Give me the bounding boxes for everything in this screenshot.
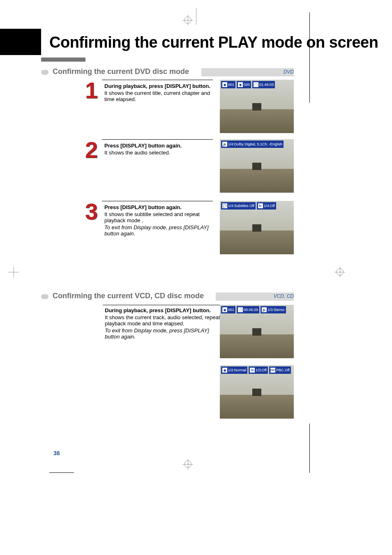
osd-chapter: 020 — [244, 83, 250, 87]
osd-repeat: 1/3:Off — [256, 368, 267, 372]
screenshot-vcd-1: ◆001 🕐00:49:29 🔊1/3:Stereo — [220, 305, 294, 358]
section1-tag: DVD — [284, 69, 294, 75]
step3-italic: To exit from Display mode, press [DISPLA… — [104, 224, 211, 237]
disc-icon: ◆ — [238, 82, 243, 87]
osd-bar: 🔊1/4:Dolby Digital, 5.1Ch. -English — [221, 140, 293, 148]
frame-line — [309, 12, 310, 103]
step-number-2: 2 — [85, 138, 98, 161]
osd-bar: 💬1/4:Subtitles Off ↻1/4:Off — [221, 202, 293, 210]
osd-pbc: PBC Off — [276, 368, 290, 372]
section2-title: Confirming the current VCD, CD disc mode — [53, 292, 204, 300]
disc-icon: ◆ — [222, 82, 227, 87]
page-number: 38 — [53, 450, 60, 456]
screenshot-vcd-2: ◆1/2:Normal ↻1/3:Off PBCPBC Off — [220, 365, 294, 419]
osd-time: 01:46:03 — [259, 83, 274, 87]
crop-mark-top — [188, 12, 204, 29]
disc-icon: ◆ — [222, 307, 227, 312]
speaker-icon: 🔊 — [262, 307, 267, 312]
osd-subtitle: 1/4:Subtitles Off — [228, 204, 254, 208]
section1-title: Confirming the current DVD disc mode — [53, 67, 189, 76]
clock-icon: 🕐 — [238, 307, 243, 312]
pbc-icon: PBC — [270, 368, 275, 373]
osd-title: 001 — [228, 83, 234, 87]
vcd-step: During playback, press [DISPLAY] button.… — [105, 307, 224, 340]
osd-repeat: 1/4:Off — [264, 204, 275, 208]
step-number-1: 1 — [85, 79, 98, 102]
vcd-body: It shows the current track, audio select… — [105, 314, 224, 327]
osd-audio: 1/3:Stereo — [267, 308, 285, 312]
osd-zoom: 1/2:Normal — [228, 368, 246, 372]
step2-head: Press [DISPLAY] button again. — [104, 143, 211, 149]
osd-audio: 1/4:Dolby Digital, 5.1Ch. -English — [228, 142, 282, 146]
osd-time: 00:49:29 — [244, 308, 258, 312]
step3-head: Press [DISPLAY] button again. — [104, 204, 211, 210]
screenshot-dvd-2: 🔊1/4:Dolby Digital, 5.1Ch. -English — [220, 139, 294, 193]
crop-mark-right — [334, 269, 351, 286]
crop-mark-bottom — [188, 456, 204, 473]
vcd-head: During playback, press [DISPLAY] button. — [105, 307, 224, 313]
page-tab — [0, 29, 41, 55]
screenshot-dvd-3: 💬1/4:Subtitles Off ↻1/4:Off — [220, 201, 294, 254]
step-number-3: 3 — [85, 200, 98, 223]
title-underline — [41, 58, 85, 62]
osd-bar: ◆001 ◆020 🕐01:46:03 — [221, 81, 293, 88]
step2-body: It shows the audio selected. — [104, 150, 211, 156]
vcd-italic: To exit from Display mode, press [DISPLA… — [105, 327, 224, 340]
frame-line — [49, 472, 74, 473]
step3-body: It shows the subtitle selected and repea… — [104, 211, 211, 223]
repeat-icon: ↻ — [250, 368, 255, 373]
step1-body: It shows the current title, current chap… — [104, 90, 211, 102]
osd-bar: ◆1/2:Normal ↻1/3:Off PBCPBC Off — [221, 366, 293, 374]
crop-mark-left — [8, 269, 25, 286]
step1-head: During playback, press [DISPLAY] button. — [104, 83, 211, 89]
repeat-icon: ↻ — [258, 203, 263, 208]
frame-line — [309, 424, 310, 473]
screenshot-dvd-1: ◆001 ◆020 🕐01:46:03 — [220, 80, 294, 133]
speaker-icon: 🔊 — [222, 142, 227, 147]
subtitle-icon: 💬 — [222, 203, 227, 208]
osd-bar: ◆001 🕐00:49:29 🔊1/3:Stereo — [221, 306, 293, 313]
zoom-icon: ◆ — [222, 368, 227, 373]
clock-icon: 🕐 — [254, 82, 258, 87]
section2-tag: VCD, CD — [274, 293, 294, 299]
osd-track: 001 — [228, 308, 234, 312]
page-title: Confirming the current PLAY mode on scre… — [49, 34, 378, 51]
